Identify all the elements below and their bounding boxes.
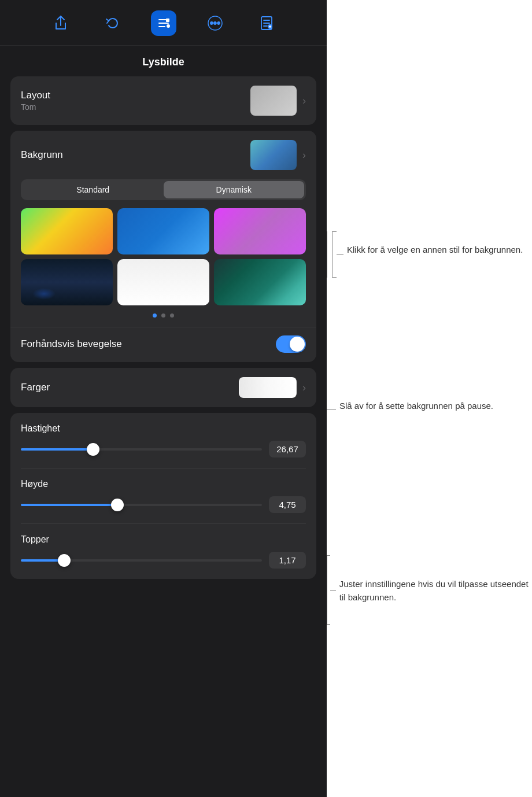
undo-button[interactable] bbox=[99, 10, 125, 36]
slider-topper-track[interactable] bbox=[21, 559, 262, 562]
share-button[interactable] bbox=[48, 10, 73, 36]
slider-divider-2 bbox=[21, 523, 306, 524]
segment-dynamisk[interactable]: Dynamisk bbox=[164, 181, 305, 198]
annotation-3: Juster innstillingene hvis du vil tilpas… bbox=[327, 555, 532, 625]
pagination-dots bbox=[10, 313, 316, 327]
dot-2[interactable] bbox=[161, 313, 165, 318]
sliders-section: Hastighet 26,67 Høyde bbox=[10, 413, 316, 579]
background-row[interactable]: Bakgrunn › bbox=[10, 131, 316, 179]
slider-hoyde-row: 4,75 bbox=[21, 496, 306, 513]
annotation-1-text: Klikk for å velge en annen stil for bakg… bbox=[343, 243, 523, 256]
slider-hoyde: Høyde 4,75 bbox=[21, 479, 306, 513]
slider-topper-row: 1,17 bbox=[21, 552, 306, 569]
layout-preview-thumb bbox=[250, 86, 297, 116]
bg-tile-6[interactable] bbox=[214, 259, 306, 305]
slider-hastighet: Hastighet 26,67 bbox=[21, 423, 306, 457]
slider-topper: Topper 1,17 bbox=[21, 534, 306, 569]
slider-hoyde-label: Høyde bbox=[21, 479, 306, 489]
slider-hoyde-track[interactable] bbox=[21, 504, 262, 506]
colors-row[interactable]: Farger › bbox=[10, 368, 316, 407]
annotation-2: Slå av for å sette bakgrunnen på pause. bbox=[327, 399, 493, 412]
slider-thumb[interactable] bbox=[87, 443, 99, 456]
main-content: Lysbilde Layout Tom › Bakgrunn › bbox=[0, 46, 327, 579]
preview-motion-label: Forhåndsvis bevegelse bbox=[21, 338, 122, 350]
preview-motion-row: Forhåndsvis bevegelse bbox=[10, 327, 316, 362]
slider-hastighet-track[interactable] bbox=[21, 448, 262, 451]
colors-row-right: › bbox=[239, 377, 306, 398]
slider-hastighet-row: 26,67 bbox=[21, 441, 306, 457]
bg-tile-2[interactable] bbox=[117, 208, 209, 254]
bg-tile-4[interactable] bbox=[21, 259, 113, 305]
format-button[interactable] bbox=[151, 10, 176, 36]
background-label: Bakgrunn bbox=[21, 149, 63, 161]
background-row-right: › bbox=[250, 140, 306, 170]
slider-topper-value: 1,17 bbox=[269, 552, 306, 569]
layout-row[interactable]: Layout Tom › bbox=[10, 76, 316, 125]
dot-1[interactable] bbox=[153, 313, 157, 318]
annotation-1: Klikk for å velge en annen stil for bakg… bbox=[327, 231, 523, 278]
segment-standard[interactable]: Standard bbox=[23, 181, 164, 198]
slider-fill bbox=[21, 448, 93, 451]
segment-control: Standard Dynamisk bbox=[21, 179, 306, 200]
slider-thumb[interactable] bbox=[58, 554, 71, 567]
document-button[interactable] bbox=[254, 10, 279, 36]
bg-tile-5[interactable] bbox=[117, 259, 209, 305]
svg-point-1 bbox=[167, 24, 170, 28]
bg-tile-3[interactable] bbox=[214, 208, 306, 254]
svg-rect-0 bbox=[166, 19, 169, 22]
toolbar bbox=[0, 0, 327, 46]
annotation-2-text: Slå av for å sette bakgrunnen på pause. bbox=[336, 399, 493, 412]
background-grid bbox=[10, 208, 316, 313]
annotation-1-connector bbox=[327, 231, 327, 278]
panel-title: Lysbilde bbox=[10, 46, 316, 76]
svg-point-4 bbox=[217, 22, 220, 24]
slider-hastighet-label: Hastighet bbox=[21, 423, 306, 434]
layout-row-right: › bbox=[250, 86, 306, 116]
layout-chevron: › bbox=[302, 95, 306, 107]
background-chevron: › bbox=[302, 149, 306, 161]
layout-row-left: Layout Tom bbox=[21, 90, 50, 112]
slider-hastighet-value: 26,67 bbox=[269, 441, 306, 457]
toggle-knob bbox=[290, 337, 305, 352]
background-section: Bakgrunn › Standard Dynamisk bbox=[10, 131, 316, 362]
slider-fill bbox=[21, 504, 117, 506]
colors-label: Farger bbox=[21, 382, 50, 393]
app-panel: Lysbilde Layout Tom › Bakgrunn › bbox=[0, 0, 327, 797]
slider-topper-label: Topper bbox=[21, 534, 306, 545]
background-preview-thumb bbox=[250, 140, 297, 170]
annotation-3-text: Juster innstillingene hvis du vil tilpas… bbox=[336, 577, 532, 604]
svg-point-2 bbox=[210, 22, 213, 24]
bg-tile-1[interactable] bbox=[21, 208, 113, 254]
dot-3[interactable] bbox=[170, 313, 174, 318]
slider-hoyde-value: 4,75 bbox=[269, 496, 306, 513]
slider-divider-1 bbox=[21, 468, 306, 468]
annotations-panel: Klikk for å velge en annen stil for bakg… bbox=[327, 0, 532, 797]
layout-sublabel: Tom bbox=[21, 102, 50, 112]
colors-chevron: › bbox=[302, 382, 306, 394]
preview-motion-toggle[interactable] bbox=[276, 335, 306, 353]
layout-label: Layout bbox=[21, 90, 50, 101]
colors-preview bbox=[239, 377, 297, 398]
more-button[interactable] bbox=[202, 10, 228, 36]
svg-point-3 bbox=[214, 22, 216, 24]
slider-thumb[interactable] bbox=[111, 499, 124, 511]
